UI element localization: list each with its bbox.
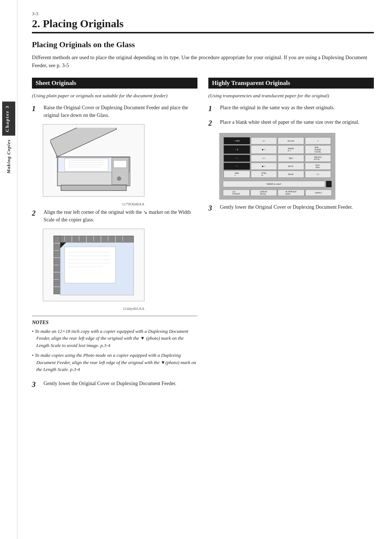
sheet-originals-desc: (Using plain paper or originals not suit…	[32, 92, 197, 99]
sheet-step-2: 2 Align the rear left corner of the orig…	[32, 208, 197, 224]
step-2-text: Align the rear left corner of the origin…	[44, 208, 197, 224]
copier-illustration	[43, 124, 144, 197]
step-num-2: 2	[32, 208, 40, 218]
illus-caption-1: 1179O048AA	[32, 202, 144, 206]
svg-rect-1	[50, 128, 117, 157]
sidebar-subtitle-label: Making Copies	[6, 139, 12, 173]
step-num-3-left: 3	[32, 380, 40, 389]
step-num-t2: 2	[208, 118, 216, 128]
transparent-step-3: 3 Gently lower the Original Cover or Dup…	[208, 203, 374, 213]
step-t2-text: Place a blank white sheet of paper of th…	[220, 118, 359, 126]
svg-rect-10	[114, 160, 127, 168]
transparent-originals-header: Highly Transparent Originals	[208, 78, 374, 89]
copier-svg	[50, 128, 137, 193]
two-col-layout: Sheet Originals (Using plain paper or or…	[32, 78, 374, 394]
sheet-originals-header: Sheet Originals	[32, 78, 197, 89]
step-num-t3: 3	[208, 203, 216, 213]
note-item-1: To make an 12×18 inch copy with a copier…	[32, 328, 197, 349]
step-3-left-text: Gently lower the Original Cover or Duple…	[44, 380, 176, 387]
illus-caption-2: 1144y001AA	[32, 306, 144, 311]
chapter-title: 2. Placing Originals	[32, 17, 374, 33]
transparent-originals-col: Highly Transparent Originals (Using tran…	[208, 78, 374, 394]
control-panel-illustration: ↑ SIW □□ GLonb □ ↑ S ▶□ 2fubI6b □ 0Hb2ue…	[219, 133, 335, 200]
svg-rect-8	[61, 185, 126, 191]
step-t3-text: Gently lower the Original Cover or Duple…	[220, 203, 353, 211]
transparent-originals-desc: (Using transparencies and translucent pa…	[208, 92, 374, 99]
step-t1-text: Place the original in the same way as th…	[220, 104, 335, 111]
sidebar-chapter-label: Chapter 3	[2, 102, 15, 136]
svg-point-11	[117, 176, 121, 181]
note-item-2: To make copies using the Photo mode on a…	[32, 352, 197, 373]
step-num-t1: 1	[208, 104, 216, 113]
notes-title: NOTES	[32, 320, 197, 326]
notes-section: NOTES To make an 12×18 inch copy with a …	[32, 316, 197, 373]
page-wrapper: Chapter 3 Making Copies 3-3 2. Placing O…	[0, 0, 392, 539]
svg-point-12	[56, 155, 59, 158]
transparent-step-1: 1 Place the original in the same way as …	[208, 104, 374, 113]
main-content: 3-3 2. Placing Originals Placing Origina…	[17, 0, 392, 539]
sheet-step-3: 3 Gently lower the Original Cover or Dup…	[32, 380, 197, 389]
glass-illustration	[43, 229, 144, 301]
step-num-1: 1	[32, 104, 40, 113]
glass-illustration-wrapper: 1144y001AA	[32, 229, 197, 311]
sheet-step-1: 1 Raise the Original Cover or Duplexing …	[32, 104, 197, 119]
transparent-step-2: 2 Place a blank white sheet of paper of …	[208, 118, 374, 128]
section-title: Placing Originals on the Glass	[32, 40, 374, 49]
glass-svg	[50, 232, 137, 298]
page-number: 3-3	[32, 11, 374, 17]
sidebar: Chapter 3 Making Copies	[0, 0, 17, 539]
step-1-text: Raise the Original Cover or Duplexing Do…	[44, 104, 197, 119]
sheet-originals-col: Sheet Originals (Using plain paper or or…	[32, 78, 197, 394]
copier-illustration-wrapper: 1179O048AA	[32, 124, 197, 206]
intro-text: Different methods are used to place the …	[32, 54, 374, 70]
